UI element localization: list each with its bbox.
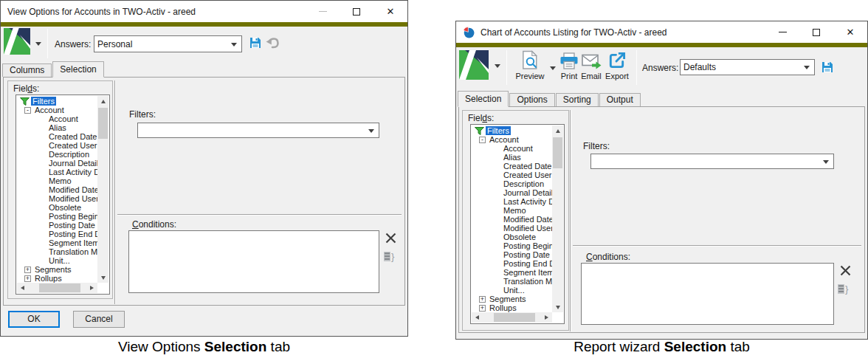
- tree-item-unit[interactable]: Unit...: [472, 286, 552, 295]
- tree-item-account[interactable]: -Account: [17, 106, 97, 114]
- tree-item-created-user[interactable]: Created User: [472, 171, 552, 179]
- tree-item-alias[interactable]: Alias: [17, 123, 97, 132]
- vertical-scrollbar[interactable]: [552, 126, 563, 312]
- fields-tree[interactable]: Filters-AccountAccountAliasCreated DateC…: [16, 94, 110, 295]
- tree-item-filters[interactable]: Filters: [17, 97, 97, 106]
- logo-dropdown-icon[interactable]: [35, 42, 41, 46]
- fields-tree[interactable]: Filters-AccountAccountAliasCreated DateC…: [470, 124, 565, 324]
- horizontal-scrollbar[interactable]: [17, 283, 97, 293]
- scroll-left-button[interactable]: [472, 312, 483, 323]
- tree-item-segment-items[interactable]: Segment Items: [472, 268, 552, 277]
- scroll-down-button[interactable]: [97, 272, 108, 283]
- scroll-right-button[interactable]: [86, 283, 97, 293]
- tree-item-unit[interactable]: Unit...: [17, 256, 97, 265]
- tab-sorting[interactable]: Sorting: [556, 93, 599, 106]
- tree-item-posting-date-c[interactable]: Posting Date C: [17, 221, 97, 230]
- cancel-button[interactable]: Cancel: [73, 311, 125, 328]
- tree-item-created-user[interactable]: Created User: [17, 141, 97, 150]
- email-icon[interactable]: [582, 54, 602, 72]
- answers-combobox[interactable]: Defaults: [680, 59, 815, 75]
- tab-columns[interactable]: Columns: [2, 63, 52, 77]
- app-logo-icon[interactable]: [4, 28, 30, 58]
- tree-item-journal-detail[interactable]: Journal Detail..: [17, 159, 97, 168]
- tree-item-alias[interactable]: Alias: [472, 153, 552, 162]
- scroll-right-button[interactable]: [541, 312, 552, 323]
- collapse-icon[interactable]: -: [24, 107, 31, 114]
- group-conditions-icon[interactable]: }: [837, 283, 850, 298]
- tree-item-filters[interactable]: Filters: [472, 126, 552, 135]
- tree-item-journal-detail[interactable]: Journal Detail..: [472, 188, 552, 197]
- tree-item-modified-user[interactable]: Modified User: [17, 194, 97, 203]
- expand-icon[interactable]: +: [24, 267, 31, 273]
- tree-item-memo[interactable]: Memo: [472, 206, 552, 215]
- conditions-list[interactable]: [128, 230, 379, 293]
- ok-button[interactable]: OK: [8, 311, 60, 328]
- scroll-up-button[interactable]: [97, 96, 108, 106]
- tree-item-posting-begin-d[interactable]: Posting Begin D: [17, 212, 97, 221]
- minimize-button[interactable]: [765, 21, 799, 43]
- tree-item-posting-begin-d[interactable]: Posting Begin D: [472, 241, 552, 250]
- tree-item-memo[interactable]: Memo: [17, 176, 97, 185]
- filters-combobox[interactable]: [590, 154, 834, 169]
- minimize-button[interactable]: [306, 1, 340, 22]
- scroll-thumb[interactable]: [494, 313, 535, 322]
- email-label[interactable]: Email: [579, 72, 604, 80]
- delete-condition-icon[interactable]: [385, 232, 397, 247]
- scroll-left-button[interactable]: [17, 283, 28, 293]
- undo-icon[interactable]: [266, 37, 280, 52]
- logo-dropdown-icon[interactable]: [495, 64, 500, 68]
- close-button[interactable]: ✕: [373, 1, 407, 22]
- tree-item-rollups[interactable]: +Rollups: [17, 274, 97, 283]
- tree-item-modified-date[interactable]: Modified Date: [17, 185, 97, 194]
- scroll-down-button[interactable]: [552, 302, 563, 312]
- tree-item-modified-user[interactable]: Modified User: [472, 224, 552, 233]
- tab-output[interactable]: Output: [599, 93, 641, 106]
- tree-item-last-activity-da[interactable]: Last Activity Da: [472, 197, 552, 206]
- preview-label[interactable]: Preview: [514, 72, 546, 80]
- tree-item-translation-me[interactable]: Translation Me: [472, 277, 552, 286]
- tree-item-account[interactable]: Account: [17, 114, 97, 123]
- print-icon[interactable]: [559, 52, 579, 72]
- group-conditions-icon[interactable]: }: [383, 251, 396, 265]
- export-icon[interactable]: [607, 52, 626, 73]
- tree-item-translation-me[interactable]: Translation Me: [17, 247, 97, 256]
- tree-item-last-activity-da[interactable]: Last Activity Da: [17, 168, 97, 176]
- scroll-thumb[interactable]: [553, 137, 562, 168]
- app-logo-icon[interactable]: [459, 50, 489, 83]
- preview-dropdown-icon[interactable]: [550, 66, 556, 70]
- tree-item-account[interactable]: Account: [472, 144, 552, 153]
- tree-item-posting-end-da[interactable]: Posting End Da: [17, 230, 97, 238]
- collapse-icon[interactable]: -: [479, 137, 486, 143]
- scroll-up-button[interactable]: [552, 126, 563, 136]
- tree-item-segment-items[interactable]: Segment Items: [17, 238, 97, 247]
- tree-item-posting-date-c[interactable]: Posting Date C: [472, 250, 552, 259]
- tree-item-description[interactable]: Description: [472, 179, 552, 188]
- tree-item-account[interactable]: -Account: [472, 135, 552, 144]
- expand-icon[interactable]: +: [479, 296, 486, 303]
- expand-icon[interactable]: +: [479, 305, 486, 312]
- tab-selection[interactable]: Selection: [52, 61, 103, 78]
- tree-item-modified-date[interactable]: Modified Date: [472, 215, 552, 224]
- filters-combobox[interactable]: [137, 123, 379, 138]
- print-label[interactable]: Print: [559, 72, 579, 80]
- preview-icon[interactable]: [522, 50, 538, 73]
- tab-options[interactable]: Options: [509, 93, 554, 106]
- tree-item-posting-end-da[interactable]: Posting End Da: [472, 259, 552, 268]
- conditions-list[interactable]: [581, 263, 834, 325]
- tree-item-description[interactable]: Description: [17, 150, 97, 159]
- titlebar[interactable]: Chart of Accounts Listing for TWO-Activ …: [456, 21, 867, 43]
- tree-item-segments[interactable]: +Segments: [472, 295, 552, 303]
- tab-selection[interactable]: Selection: [458, 91, 509, 107]
- scroll-thumb[interactable]: [39, 283, 80, 292]
- tree-item-segments[interactable]: +Segments: [17, 265, 97, 274]
- tree-item-rollups[interactable]: +Rollups: [472, 303, 552, 312]
- vertical-scrollbar[interactable]: [97, 96, 108, 283]
- answers-combobox[interactable]: Personal: [94, 35, 242, 52]
- close-button[interactable]: ✕: [833, 21, 867, 43]
- horizontal-scrollbar[interactable]: [472, 312, 552, 323]
- expand-icon[interactable]: +: [24, 275, 31, 282]
- scroll-thumb[interactable]: [98, 108, 108, 139]
- save-icon[interactable]: [821, 61, 834, 77]
- tree-item-obsolete[interactable]: Obsolete: [472, 233, 552, 241]
- tree-item-obsolete[interactable]: Obsolete: [17, 203, 97, 212]
